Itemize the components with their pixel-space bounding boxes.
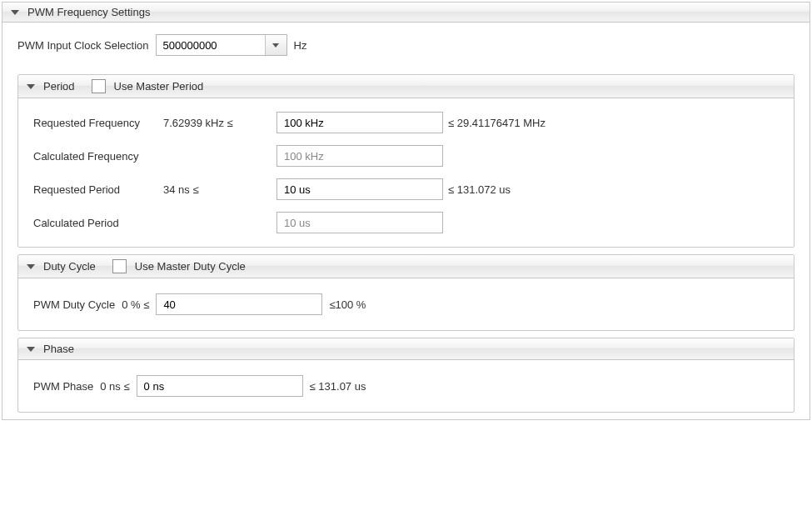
clock-selection-unit: Hz (294, 39, 307, 52)
main-section-header[interactable]: PWM Frequency Settings (2, 2, 810, 23)
pwm-phase-min: 0 ns ≤ (100, 380, 129, 393)
calculated-period-label: Calculated Period (33, 217, 158, 229)
duty-cycle-form: PWM Duty Cycle 0 % ≤ ≤100 % (18, 278, 794, 330)
calculated-period-field (276, 212, 443, 233)
requested-frequency-input[interactable] (276, 112, 443, 133)
requested-frequency-label: Requested Frequency (33, 117, 158, 129)
chevron-down-icon (27, 84, 35, 89)
chevron-down-icon (27, 264, 35, 269)
pwm-duty-cycle-label: PWM Duty Cycle (33, 298, 115, 311)
pwm-frequency-settings-panel: PWM Frequency Settings PWM Input Clock S… (2, 2, 810, 420)
pwm-duty-cycle-min: 0 % ≤ (122, 298, 149, 311)
calculated-frequency-field (276, 145, 443, 167)
requested-frequency-min: 7.62939 kHz ≤ (163, 117, 271, 129)
phase-panel: Phase PWM Phase 0 ns ≤ ≤ 131.07 us (17, 338, 795, 413)
main-section-title: PWM Frequency Settings (27, 6, 150, 18)
pwm-phase-label: PWM Phase (33, 380, 93, 393)
phase-form: PWM Phase 0 ns ≤ ≤ 131.07 us (18, 360, 794, 412)
period-form: Requested Frequency 7.62939 kHz ≤ ≤ 29.4… (18, 98, 794, 247)
duty-cycle-header[interactable]: Duty Cycle Use Master Duty Cycle (18, 255, 794, 278)
use-master-period-label: Use Master Period (114, 80, 204, 93)
requested-period-input[interactable] (276, 178, 443, 200)
requested-period-label: Requested Period (33, 183, 158, 196)
use-master-duty-cycle-checkbox[interactable] (112, 259, 127, 273)
pwm-phase-input[interactable] (137, 375, 303, 397)
duty-cycle-title: Duty Cycle (43, 260, 96, 273)
chevron-down-icon (11, 10, 19, 15)
phase-header[interactable]: Phase (18, 338, 794, 360)
use-master-duty-cycle-label: Use Master Duty Cycle (135, 260, 246, 273)
dropdown-arrow-icon[interactable] (265, 35, 286, 55)
chevron-down-icon (27, 347, 35, 352)
pwm-duty-cycle-max: ≤100 % (329, 298, 366, 311)
clock-selection-dropdown[interactable] (156, 34, 287, 56)
requested-period-min: 34 ns ≤ (163, 183, 271, 196)
requested-frequency-max: ≤ 29.41176471 MHz (448, 117, 779, 129)
pwm-duty-cycle-input[interactable] (156, 293, 322, 315)
calculated-frequency-label: Calculated Frequency (33, 150, 158, 163)
use-master-period-checkbox[interactable] (92, 79, 106, 93)
clock-selection-input[interactable] (157, 35, 265, 55)
phase-title: Phase (43, 343, 74, 355)
requested-period-max: ≤ 131.072 us (448, 183, 779, 196)
period-title: Period (43, 80, 75, 93)
main-section-body: PWM Input Clock Selection Hz (2, 23, 810, 68)
period-panel: Period Use Master Period Requested Frequ… (17, 74, 795, 248)
period-header[interactable]: Period Use Master Period (18, 75, 794, 98)
duty-cycle-panel: Duty Cycle Use Master Duty Cycle PWM Dut… (17, 254, 795, 331)
pwm-phase-max: ≤ 131.07 us (310, 380, 366, 393)
clock-selection-label: PWM Input Clock Selection (17, 39, 149, 52)
